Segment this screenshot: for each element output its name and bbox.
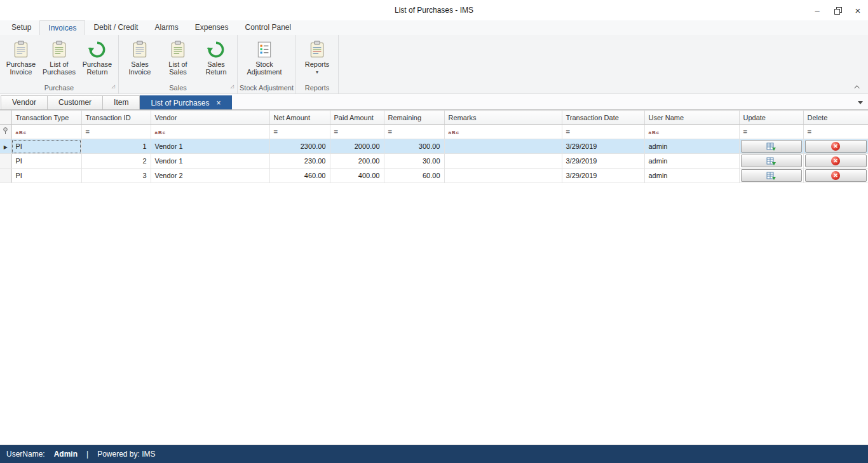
cell-vendor[interactable]: Vendor 1 xyxy=(151,139,269,154)
column-header-transaction-id[interactable]: Transaction ID xyxy=(81,111,151,125)
cell-delete: ✕ xyxy=(803,154,868,169)
ribbon-tab-strip: Setup Invoices Debit / Credit Alarms Exp… xyxy=(0,20,868,35)
delete-button[interactable]: ✕ xyxy=(805,155,867,167)
close-button[interactable]: × xyxy=(848,0,868,20)
filter-cell-vendor[interactable]: aBc xyxy=(151,125,269,139)
ribbon-tab-invoices[interactable]: Invoices xyxy=(39,20,85,35)
doc-tab-vendor[interactable]: Vendor xyxy=(1,95,48,109)
dialog-launcher-icon[interactable]: ◿ xyxy=(112,81,115,92)
filter-cell-delete[interactable]: = xyxy=(803,125,868,139)
purchase-return-label: Purchase Return xyxy=(79,60,116,76)
update-button[interactable] xyxy=(741,140,802,153)
delete-icon: ✕ xyxy=(831,142,840,151)
cell-transaction-type[interactable]: PI xyxy=(11,139,81,154)
purchase-invoice-button[interactable]: Purchase Invoice xyxy=(2,38,40,76)
ribbon-tab-debit-credit[interactable]: Debit / Credit xyxy=(85,20,146,35)
row-indicator: ▶ xyxy=(0,139,11,154)
cell-user-name[interactable]: admin xyxy=(644,154,739,169)
stock-adjustment-button[interactable]: Stock Adjustment xyxy=(240,38,289,76)
ribbon-tab-setup[interactable]: Setup xyxy=(3,20,39,35)
column-header-delete[interactable]: Delete xyxy=(803,111,868,125)
cell-transaction-id[interactable]: 3 xyxy=(81,169,151,183)
column-header-transaction-date[interactable]: Transaction Date xyxy=(562,111,644,125)
doc-tab-customer[interactable]: Customer xyxy=(48,95,103,109)
sales-invoice-button[interactable]: Sales Invoice xyxy=(121,38,159,76)
filter-cell-update[interactable]: = xyxy=(739,125,803,139)
tab-close-icon[interactable]: × xyxy=(216,99,220,107)
list-of-sales-button[interactable]: List of Sales xyxy=(159,38,197,76)
filter-cell-transaction-id[interactable]: = xyxy=(81,125,151,139)
ribbon-tab-expenses[interactable]: Expenses xyxy=(187,20,237,35)
cell-net-amount[interactable]: 230.00 xyxy=(269,154,330,169)
ribbon-group-sales: Sales Invoice List of Sales Sales Return… xyxy=(119,35,238,93)
cell-paid-amount[interactable]: 2000.00 xyxy=(330,139,384,154)
cell-remaining[interactable]: 30.00 xyxy=(384,154,444,169)
cell-transaction-date[interactable]: 3/29/2019 xyxy=(562,154,644,169)
doc-tab-list-of-purchases[interactable]: List of Purchases × xyxy=(140,95,232,109)
reports-button[interactable]: Reports ▾ xyxy=(298,38,336,76)
filter-cell-remarks[interactable]: aBc xyxy=(444,125,562,139)
table-row: PI 2 Vendor 1 230.00 200.00 30.00 3/29/2… xyxy=(0,154,868,169)
cell-transaction-date[interactable]: 3/29/2019 xyxy=(562,139,644,154)
sales-invoice-label: Sales Invoice xyxy=(121,60,158,76)
doc-tab-item[interactable]: Item xyxy=(103,95,140,109)
column-header-net-amount[interactable]: Net Amount xyxy=(269,111,330,125)
reports-icon xyxy=(308,39,327,60)
cell-paid-amount[interactable]: 400.00 xyxy=(330,169,384,183)
column-header-user-name[interactable]: User Name xyxy=(644,111,739,125)
filter-cell-remaining[interactable]: = xyxy=(384,125,444,139)
update-button[interactable] xyxy=(741,155,802,167)
table-row: ▶ PI 1 Vendor 1 2300.00 2000.00 300.00 3… xyxy=(0,139,868,154)
ribbon-tab-control-panel[interactable]: Control Panel xyxy=(236,20,299,35)
text-filter-icon: aBc xyxy=(649,130,660,135)
column-header-remaining[interactable]: Remaining xyxy=(384,111,444,125)
cell-transaction-date[interactable]: 3/29/2019 xyxy=(562,169,644,183)
cell-vendor[interactable]: Vendor 2 xyxy=(151,169,269,183)
cell-remarks[interactable] xyxy=(444,154,562,169)
ribbon-tab-alarms[interactable]: Alarms xyxy=(146,20,186,35)
cell-remarks[interactable] xyxy=(444,139,562,154)
cell-update xyxy=(739,154,803,169)
cell-remaining[interactable]: 300.00 xyxy=(384,139,444,154)
cell-transaction-type[interactable]: PI xyxy=(11,169,81,183)
sales-return-button[interactable]: Sales Return xyxy=(197,38,235,76)
column-header-update[interactable]: Update xyxy=(739,111,803,125)
equals-filter-icon: = xyxy=(274,128,278,135)
column-header-remarks[interactable]: Remarks xyxy=(444,111,562,125)
delete-button[interactable]: ✕ xyxy=(805,140,867,153)
cell-user-name[interactable]: admin xyxy=(644,139,739,154)
ribbon-collapse-button[interactable] xyxy=(854,84,862,90)
cell-net-amount[interactable]: 460.00 xyxy=(269,169,330,183)
filter-cell-user-name[interactable]: aBc xyxy=(644,125,739,139)
app-window: List of Purchases - IMS – × Setup Invoic… xyxy=(0,0,868,463)
cell-paid-amount[interactable]: 200.00 xyxy=(330,154,384,169)
purchase-return-button[interactable]: Purchase Return xyxy=(78,38,116,76)
filter-cell-paid-amount[interactable]: = xyxy=(330,125,384,139)
cell-remarks[interactable] xyxy=(444,169,562,183)
cell-transaction-id[interactable]: 1 xyxy=(81,139,151,154)
ribbon-body: Purchase Invoice List of Purchases Purch… xyxy=(0,35,868,94)
cell-user-name[interactable]: admin xyxy=(644,169,739,183)
cell-transaction-type[interactable]: PI xyxy=(11,154,81,169)
filter-cell-transaction-date[interactable]: = xyxy=(562,125,644,139)
list-of-sales-label: List of Sales xyxy=(159,60,196,76)
delete-button[interactable]: ✕ xyxy=(805,169,867,182)
cell-remaining[interactable]: 60.00 xyxy=(384,169,444,183)
ribbon-group-stock-adjustment: Stock Adjustment Stock Adjustment xyxy=(238,35,296,93)
restore-button[interactable] xyxy=(827,0,848,20)
minimize-icon: – xyxy=(815,6,819,15)
update-button[interactable] xyxy=(741,169,802,182)
tab-list-dropdown-icon[interactable] xyxy=(858,101,863,104)
column-header-vendor[interactable]: Vendor xyxy=(151,111,269,125)
equals-filter-icon: = xyxy=(334,128,338,135)
dialog-launcher-icon[interactable]: ◿ xyxy=(231,81,234,92)
column-header-paid-amount[interactable]: Paid Amount xyxy=(330,111,384,125)
minimize-button[interactable]: – xyxy=(807,0,827,20)
filter-cell-transaction-type[interactable]: aBc xyxy=(11,125,81,139)
cell-net-amount[interactable]: 2300.00 xyxy=(269,139,330,154)
column-header-transaction-type[interactable]: Transaction Type xyxy=(11,111,81,125)
cell-vendor[interactable]: Vendor 1 xyxy=(151,154,269,169)
cell-transaction-id[interactable]: 2 xyxy=(81,154,151,169)
list-of-purchases-button[interactable]: List of Purchases xyxy=(40,38,78,76)
filter-cell-net-amount[interactable]: = xyxy=(269,125,330,139)
